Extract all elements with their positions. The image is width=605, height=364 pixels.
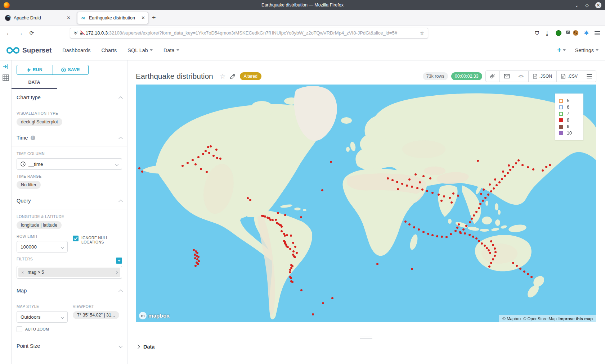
privacy-badger-icon[interactable] (556, 30, 561, 36)
time-column-select[interactable]: __time (17, 158, 122, 170)
new-item-button[interactable]: + (557, 46, 566, 54)
legend-item[interactable]: 9 (559, 124, 579, 129)
reload-button[interactable]: ⟳ (27, 30, 37, 36)
viz-type-pill[interactable]: deck.gl Scatterplot (17, 118, 62, 126)
altered-badge[interactable]: Altered (240, 72, 261, 80)
code-icon: <> (519, 74, 524, 78)
settings-menu[interactable]: Settings (575, 47, 599, 53)
earthquake-point (300, 289, 302, 291)
viewport-pill[interactable]: 7° 35' 54.02" | 31... (73, 311, 119, 319)
data-collapse-row[interactable]: Data (127, 339, 605, 350)
section-query[interactable]: Query (12, 192, 127, 209)
export-json-button[interactable]: .JSON (528, 71, 556, 82)
mapbox-logo[interactable]: m mapbox (139, 312, 170, 319)
attribution-osm-link[interactable]: © OpenStreetMap (523, 317, 557, 321)
nav-dashboards[interactable]: Dashboards (62, 47, 90, 53)
legend-item[interactable]: 5 (559, 98, 579, 103)
legend-item[interactable]: 8 (559, 118, 579, 123)
earthquake-point (492, 244, 494, 246)
export-csv-button[interactable]: .CSV (556, 71, 582, 82)
collapse-dataset-panel-icon[interactable] (3, 64, 9, 69)
legend-item[interactable]: 10 (559, 131, 579, 136)
lonlat-pill[interactable]: longitude | latitude (17, 221, 62, 229)
filter-pill[interactable]: × mag > 5 (18, 268, 120, 277)
tab-close-icon[interactable]: ✕ (141, 15, 145, 21)
earthquake-point (196, 252, 198, 254)
checkbox-unchecked[interactable] (17, 326, 22, 332)
earthquake-point (488, 265, 490, 268)
section-point-size[interactable]: Point Size (12, 338, 127, 354)
checkbox-checked[interactable] (73, 236, 79, 241)
window-titlebar: Earthquake distribution — Mozilla Firefo… (0, 0, 605, 10)
pocket-shield-icon[interactable]: ⛉ (535, 31, 539, 36)
url-bar[interactable]: ⛨ 🔒︎ 172.18.0.3:32108/superset/explore/?… (70, 28, 428, 38)
auto-zoom-checkbox-row[interactable]: AUTO ZOOM (17, 326, 68, 332)
earthquake-point (490, 190, 492, 192)
forward-button[interactable]: → (15, 30, 25, 36)
earthquake-point (504, 175, 506, 177)
earthquake-point (322, 302, 324, 304)
earthquake-point (459, 231, 461, 233)
new-tab-button[interactable]: + (152, 14, 156, 22)
row-limit-select[interactable]: 100000 (17, 241, 68, 252)
earthquake-point (202, 153, 204, 155)
legend-swatch-icon (559, 131, 563, 135)
url-text[interactable]: 172.18.0.3:32108/superset/explore/?form_… (86, 30, 417, 36)
earthquake-point (477, 160, 479, 162)
nav-charts[interactable]: Charts (102, 47, 117, 53)
attribution-improve-link[interactable]: Improve this map (559, 317, 593, 321)
edit-properties-icon[interactable] (230, 73, 236, 79)
ignore-null-checkbox-row[interactable]: IGNORE NULL LOCATIONS (73, 236, 116, 244)
insecure-lock-icon[interactable]: 🔒︎ (80, 30, 83, 36)
section-time[interactable]: Timei (12, 129, 127, 146)
copy-link-button[interactable] (486, 71, 499, 82)
earthquake-point (281, 226, 283, 228)
caret-down-icon (563, 49, 566, 51)
tab-data[interactable]: DATA (12, 80, 57, 89)
save-button[interactable]: SAVE (53, 65, 89, 74)
collapse-icon (118, 96, 122, 100)
section-chart-type[interactable]: Chart type (12, 89, 127, 106)
legend-item[interactable]: 6 (559, 105, 579, 110)
map-style-select[interactable]: Outdoors (17, 311, 68, 323)
menu-button[interactable] (595, 30, 600, 36)
nav-sql-lab[interactable]: SQL Lab (127, 47, 153, 53)
tracking-shield-icon[interactable]: ⛨ (74, 30, 77, 36)
run-button[interactable]: RUN (17, 65, 53, 74)
embed-code-button[interactable]: <> (514, 71, 528, 82)
tab-close-icon[interactable]: ✕ (67, 15, 71, 21)
more-options-button[interactable] (582, 71, 596, 82)
remove-filter-icon[interactable]: × (21, 270, 24, 275)
firefox-logo-icon (4, 2, 10, 8)
section-map[interactable]: Map (12, 282, 127, 299)
earthquake-point (429, 177, 431, 179)
earthquake-point (197, 263, 199, 265)
add-filter-button[interactable]: + (116, 258, 122, 264)
deckgl-scatterplot-map[interactable]: 5678910 m mapbox © Mapbox © OpenStreetMa… (136, 85, 596, 322)
bookmark-star-icon[interactable]: ☆ (420, 30, 424, 36)
window-close-button[interactable]: ✕ (595, 2, 601, 8)
superset-logo[interactable]: Superset (6, 46, 51, 54)
back-button[interactable]: ← (4, 30, 14, 36)
window-maximize-button[interactable]: ◇ (585, 3, 589, 8)
time-range-pill[interactable]: No filter (17, 181, 41, 189)
dataset-grid-icon[interactable] (3, 74, 9, 81)
menu-icon (587, 73, 592, 79)
favorite-star-icon[interactable]: ☆ (220, 72, 226, 81)
earthquake-point (289, 271, 291, 273)
legend-item[interactable]: 7 (559, 111, 579, 116)
nav-data[interactable]: Data (163, 47, 179, 53)
attribution-mapbox-link[interactable]: © Mapbox (502, 317, 521, 321)
email-button[interactable] (499, 71, 514, 82)
downloads-icon[interactable]: ⭳ (545, 31, 550, 36)
tab-apache-druid[interactable]: Apache Druid ✕ (2, 12, 73, 24)
extension-asterisk-icon[interactable]: ✱ (584, 30, 589, 36)
window-minimize-button[interactable]: ⌄ (575, 3, 579, 8)
tab-earthquake-distribution[interactable]: ∞ Earthquake distribution ✕ (77, 12, 148, 24)
map-style-label: MAP STYLE (17, 304, 68, 309)
cookie-extension-icon[interactable] (573, 30, 578, 36)
earthquake-point (530, 276, 533, 278)
earthquake-point (509, 169, 511, 171)
chevron-right-icon (115, 271, 118, 274)
earthquake-point (483, 188, 485, 191)
